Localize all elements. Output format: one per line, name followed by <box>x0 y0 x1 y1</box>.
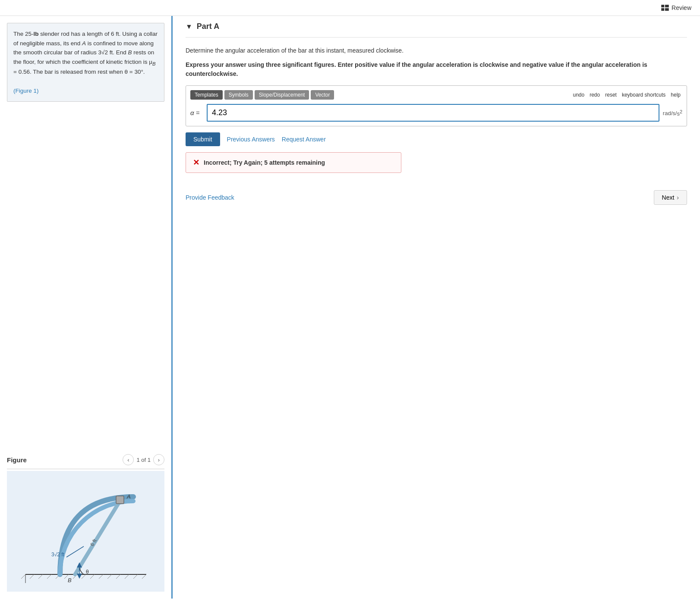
svg-rect-0 <box>661 5 664 7</box>
svg-rect-22 <box>116 496 124 504</box>
svg-line-14 <box>90 574 95 579</box>
unit-denominator: s2 <box>677 110 682 117</box>
review-label: Review <box>672 4 691 11</box>
svg-text:θ: θ <box>86 569 89 575</box>
svg-line-6 <box>21 574 25 579</box>
provide-feedback-link[interactable]: Provide Feedback <box>186 194 234 201</box>
part-header-arrow: ▼ <box>186 23 192 31</box>
svg-line-27 <box>66 546 84 557</box>
svg-line-8 <box>38 574 43 579</box>
left-panel: The 25-lb slender rod has a length of 6 … <box>0 16 173 599</box>
svg-line-20 <box>142 574 146 579</box>
part-header: ▼ Part A <box>186 16 687 38</box>
error-text: Incorrect; Try Again; 5 attempts remaini… <box>204 159 325 166</box>
redo-btn[interactable]: redo <box>588 90 602 100</box>
error-icon: ✕ <box>193 158 199 167</box>
vector-btn[interactable]: Vector <box>311 90 334 100</box>
question-instruction: Express your answer using three signific… <box>186 60 687 78</box>
undo-btn[interactable]: undo <box>571 90 586 100</box>
request-answer-link[interactable]: Request Answer <box>282 136 326 143</box>
templates-btn[interactable]: Templates <box>190 90 223 100</box>
review-button[interactable]: Review <box>661 4 691 11</box>
figure-count: 1 of 1 <box>136 457 151 463</box>
svg-rect-3 <box>665 8 669 11</box>
action-row: Submit Previous Answers Request Answer <box>186 132 687 146</box>
next-btn-label: Next <box>662 194 675 201</box>
prev-answers-link[interactable]: Previous Answers <box>227 136 275 143</box>
figure-nav: ‹ 1 of 1 › <box>123 454 164 465</box>
figure-link[interactable]: (Figure 1) <box>13 88 39 94</box>
error-box: ✕ Incorrect; Try Again; 5 attempts remai… <box>186 152 401 173</box>
svg-text:B: B <box>68 577 72 583</box>
figure-section: Figure ‹ 1 of 1 › <box>7 442 164 592</box>
toolbar-row: Templates Symbols Slope/Displacement Vec… <box>190 90 682 100</box>
svg-line-15 <box>99 574 103 579</box>
answer-input[interactable] <box>207 104 659 122</box>
svg-line-9 <box>47 574 51 579</box>
figure-prev-btn[interactable]: ‹ <box>123 454 134 465</box>
svg-line-7 <box>30 574 34 579</box>
right-panel: ▼ Part A Determine the angular accelerat… <box>173 16 700 599</box>
svg-text:3√2 ft: 3√2 ft <box>51 552 65 558</box>
svg-rect-1 <box>665 5 669 7</box>
slope-displacement-btn[interactable]: Slope/Displacement <box>255 90 309 100</box>
svg-line-17 <box>116 574 120 579</box>
unit-label: rad/s/s2 <box>663 109 682 116</box>
question-text: Determine the angular acceleration of th… <box>186 46 687 55</box>
top-bar: Review <box>0 0 700 16</box>
reset-btn[interactable]: reset <box>603 90 618 100</box>
answer-box: Templates Symbols Slope/Displacement Vec… <box>186 85 687 126</box>
bottom-row: Provide Feedback Next › <box>186 190 687 205</box>
alpha-label: α = <box>190 109 203 116</box>
figure-next-btn[interactable]: › <box>153 454 164 465</box>
submit-btn[interactable]: Submit <box>186 132 220 146</box>
svg-line-13 <box>82 574 86 579</box>
symbols-btn[interactable]: Symbols <box>224 90 253 100</box>
svg-line-18 <box>125 574 129 579</box>
part-a-title: Part A <box>197 22 219 31</box>
input-row: α = rad/s/s2 <box>190 104 682 122</box>
figure-header: Figure ‹ 1 of 1 › <box>7 451 164 469</box>
svg-line-16 <box>107 574 112 579</box>
svg-line-19 <box>133 574 138 579</box>
figure-image-area: A B θ 6 ft 3√2 ft <box>7 471 164 592</box>
keyboard-shortcuts-btn[interactable]: keyboard shortcuts <box>620 90 667 100</box>
figure-diagram: A B θ 6 ft 3√2 ft <box>13 471 159 592</box>
help-btn[interactable]: help <box>669 90 682 100</box>
figure-title: Figure <box>7 456 27 464</box>
svg-text:A: A <box>126 493 131 500</box>
review-icon <box>661 5 669 11</box>
main-layout: The 25-lb slender rod has a length of 6 … <box>0 16 700 599</box>
problem-text-box: The 25-lb slender rod has a length of 6 … <box>7 23 164 102</box>
next-btn-arrow: › <box>677 194 679 201</box>
next-btn[interactable]: Next › <box>654 190 687 205</box>
problem-text: The 25-lb slender rod has a length of 6 … <box>13 31 158 94</box>
svg-rect-2 <box>661 8 664 11</box>
